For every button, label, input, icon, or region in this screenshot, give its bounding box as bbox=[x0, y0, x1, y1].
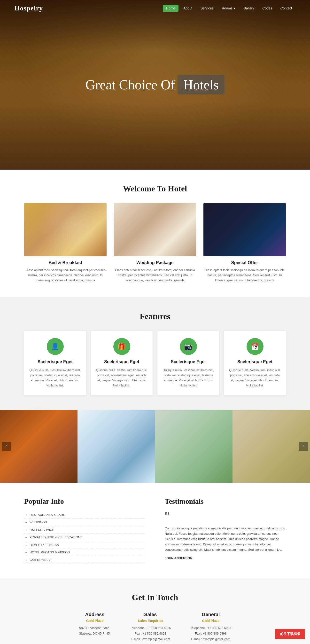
info-item-0[interactable]: RESTAURANTS & BARS bbox=[24, 511, 145, 519]
nav-services[interactable]: Services bbox=[197, 5, 217, 12]
features-section: Features 👤 Scelerisque Eget Quisque null… bbox=[0, 297, 310, 410]
welcome-cards: Bed & Breakfast Class aptent taciti soci… bbox=[24, 203, 286, 283]
popular-info: Popular Info RESTAURANTS & BARS WEDDINGS… bbox=[24, 497, 145, 564]
hero-title: Great Choice Of Hotels bbox=[85, 75, 225, 94]
hero-title-part2: Hotels bbox=[178, 75, 225, 94]
feature-icon-0: 👤 bbox=[47, 338, 64, 355]
download-button[interactable]: 前往下载模板 bbox=[275, 629, 305, 639]
contact-subheading-1: Sales Enquiries bbox=[130, 619, 171, 623]
card-text-1: Class aptent taciti sociosqu ad litora t… bbox=[114, 268, 196, 283]
features-grid: 👤 Scelerisque Eget Quisque nulla. Vestib… bbox=[24, 331, 286, 395]
quote-icon: " bbox=[165, 511, 286, 523]
contact-section: Get In Touch Address Gold Plaza 9870St V… bbox=[0, 578, 310, 644]
contact-heading-2: General bbox=[190, 612, 231, 617]
gallery-prev-button[interactable]: ‹ bbox=[2, 442, 11, 451]
gallery-strip: ‹ › bbox=[0, 410, 310, 483]
info-item-4[interactable]: HEALTH & FITNESS bbox=[24, 541, 145, 549]
welcome-title: Welcome To Hotel bbox=[24, 184, 286, 193]
contact-title: Get In Touch bbox=[19, 593, 291, 602]
info-item-1[interactable]: WEDDINGS bbox=[24, 519, 145, 526]
quote-author: JOHN ANDERSON bbox=[165, 556, 286, 560]
contact-grid: Address Gold Plaza 9870St Vincent Place,… bbox=[19, 612, 291, 642]
info-item-5[interactable]: HOTEL PHOTOS & VIDEOS bbox=[24, 549, 145, 556]
info-item-2[interactable]: USEFUL ADVICE bbox=[24, 526, 145, 534]
info-item-6[interactable]: CAR RENTALS bbox=[24, 556, 145, 564]
card-title-1: Wedding Package bbox=[114, 260, 196, 265]
feature-card-3: 📅 Scelerisque Eget Quisque nulla. Vestib… bbox=[224, 331, 286, 395]
nav-rooms[interactable]: Rooms ▾ bbox=[219, 5, 239, 12]
popular-info-list: RESTAURANTS & BARS WEDDINGS USEFUL ADVIC… bbox=[24, 511, 145, 564]
nav-links: Home About Services Rooms ▾ Gallery Code… bbox=[163, 5, 296, 12]
card-img-wedding bbox=[114, 203, 196, 256]
feature-card-2: 📷 Scelerisque Eget Quisque nulla. Vestib… bbox=[157, 331, 219, 395]
feature-icon-2: 📷 bbox=[180, 338, 197, 355]
feature-card-0: 👤 Scelerisque Eget Quisque nulla. Vestib… bbox=[24, 331, 86, 395]
nav-home[interactable]: Home bbox=[163, 5, 179, 12]
gallery-img-1 bbox=[0, 410, 77, 483]
hero-section: Great Choice Of Hotels bbox=[0, 0, 310, 170]
nav-codes[interactable]: Codes bbox=[259, 5, 275, 12]
card-title-0: Bed & Breakfast bbox=[24, 260, 107, 265]
site-logo: Hospelry bbox=[14, 4, 43, 12]
welcome-section: Welcome To Hotel Bed & Breakfast Class a… bbox=[0, 170, 310, 297]
hero-title-part1: Great Choice Of bbox=[85, 77, 175, 92]
contact-lines-0: 9870St Vincent Place, Glasgow, DC 45 Fr … bbox=[79, 625, 111, 636]
feature-card-1: 🎁 Scelerisque Eget Quisque nulla. Vestib… bbox=[91, 331, 153, 395]
nav-contact[interactable]: Contact bbox=[277, 5, 296, 12]
feature-text-2: Quisque nulla. Vestibulum libero nisl, p… bbox=[162, 368, 214, 388]
contact-sales: Sales Sales Enquiries Telephone : +1 800… bbox=[130, 612, 171, 642]
card-img-special bbox=[203, 203, 286, 256]
card-title-2: Special Offer bbox=[203, 260, 286, 265]
nav-gallery[interactable]: Gallery bbox=[240, 5, 258, 12]
feature-icon-1: 🎁 bbox=[113, 338, 130, 355]
feature-icon-3: 📅 bbox=[247, 338, 264, 355]
card-img-food bbox=[24, 203, 107, 256]
contact-lines-2: Telephone : +1 800 603 6035 Fax : +1 800… bbox=[190, 625, 231, 642]
features-title: Features bbox=[24, 312, 286, 321]
testimonials-title: Testimonials bbox=[165, 497, 286, 506]
popular-info-title: Popular Info bbox=[24, 497, 145, 506]
contact-subheading-0: Gold Plaza bbox=[79, 619, 111, 623]
feature-title-0: Scelerisque Eget bbox=[29, 359, 81, 364]
contact-lines-1: Telephone : +1 800 603 6035 Fax : +1 800… bbox=[130, 625, 171, 642]
contact-heading-1: Sales bbox=[130, 612, 171, 617]
card-special: Special Offer Class aptent taciti socios… bbox=[203, 203, 286, 283]
card-bed-breakfast: Bed & Breakfast Class aptent taciti soci… bbox=[24, 203, 107, 283]
feature-text-1: Quisque nulla. Vestibulum libero nisl, p… bbox=[96, 368, 148, 388]
card-text-0: Class aptent taciti sociosqu ad litora t… bbox=[24, 268, 107, 283]
gallery-img-3 bbox=[155, 410, 233, 483]
quote-text: Cum sociis natoque penatibus et magnis d… bbox=[165, 526, 286, 552]
testimonials-section: Testimonials " Cum sociis natoque penati… bbox=[165, 497, 286, 564]
navbar: Hospelry Home About Services Rooms ▾ Gal… bbox=[0, 0, 310, 16]
contact-subheading-2: Gold Plaza bbox=[190, 619, 231, 623]
info-item-3[interactable]: PRIVATE DINING & CELEBRATIONS bbox=[24, 534, 145, 541]
contact-address: Address Gold Plaza 9870St Vincent Place,… bbox=[79, 612, 111, 642]
feature-title-2: Scelerisque Eget bbox=[162, 359, 214, 364]
feature-title-3: Scelerisque Eget bbox=[229, 359, 281, 364]
feature-text-0: Quisque nulla. Vestibulum libero nisl, p… bbox=[29, 368, 81, 388]
gallery-img-2 bbox=[77, 410, 155, 483]
contact-general: General Gold Plaza Telephone : +1 800 60… bbox=[190, 612, 231, 642]
nav-about[interactable]: About bbox=[180, 5, 196, 12]
info-testimonials-section: Popular Info RESTAURANTS & BARS WEDDINGS… bbox=[0, 483, 310, 578]
card-text-2: Class aptent taciti sociosqu ad litora t… bbox=[203, 268, 286, 283]
gallery-next-button[interactable]: › bbox=[299, 442, 308, 451]
card-wedding: Wedding Package Class aptent taciti soci… bbox=[114, 203, 196, 283]
contact-heading-0: Address bbox=[79, 612, 111, 617]
feature-text-3: Quisque nulla. Vestibulum libero nisl, p… bbox=[229, 368, 281, 388]
feature-title-1: Scelerisque Eget bbox=[96, 359, 148, 364]
hero-content: Great Choice Of Hotels bbox=[85, 75, 225, 94]
gallery-img-4 bbox=[233, 410, 310, 483]
